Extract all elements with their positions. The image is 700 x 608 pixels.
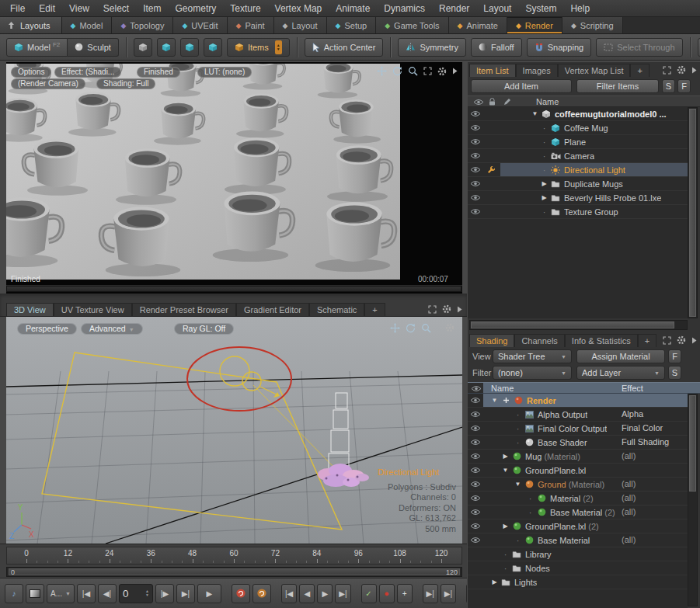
render-shading-pill[interactable]: Shading: Full: [96, 78, 155, 89]
shader-tree-vertical-scrollbar[interactable]: [688, 394, 698, 606]
layout-tab-uvedit[interactable]: ◆UVEdit: [173, 17, 227, 33]
current-frame-field[interactable]: 0▲▼: [119, 584, 153, 603]
snapping-dropdown[interactable]: Snapping: [527, 38, 592, 57]
layout-tab-scripting[interactable]: ◆Scripting: [562, 17, 623, 33]
timeline-ruler[interactable]: 01224364860728496108120: [6, 547, 462, 565]
visibility-eye-icon[interactable]: [468, 138, 483, 145]
visibility-eye-icon[interactable]: [468, 152, 483, 159]
step-forward-button[interactable]: ▶: [317, 584, 333, 603]
shader-filter-dropdown[interactable]: (none)▼: [493, 366, 572, 380]
menu-select[interactable]: Select: [96, 1, 136, 16]
shader-row-base-material-2[interactable]: · Base Material (2) (all): [468, 506, 688, 519]
tree-expander[interactable]: ▶: [539, 194, 549, 201]
add-layer-plus-icon[interactable]: [500, 397, 512, 404]
first-key-button[interactable]: |◀: [281, 584, 297, 603]
visibility-eye-icon[interactable]: [468, 481, 483, 488]
play-button[interactable]: ▶: [197, 584, 221, 603]
go-to-start-button[interactable]: |◀: [77, 584, 96, 603]
shader-row-groundplane-lxl[interactable]: ▼ GroundPlane.lxl: [468, 464, 688, 478]
item-row-coffeemugtutorialmodel0[interactable]: ▼ coffeemugtutorialmodel0 ...: [468, 107, 688, 121]
menu-render[interactable]: Render: [432, 1, 476, 16]
shader-row-groundplane-lxl-2[interactable]: ▶ GroundPlane.lxl (2): [468, 519, 688, 533]
item-list-tab-images[interactable]: Images: [516, 64, 558, 77]
visibility-eye-icon[interactable]: [468, 523, 483, 530]
shading-s-button[interactable]: S: [668, 366, 681, 380]
selection-mode-items-dropdown[interactable]: Items ▲▼: [227, 38, 290, 57]
shader-row-ground-material[interactable]: ▼ Ground (Material) (all): [468, 478, 688, 492]
shading-tab-channels[interactable]: Channels: [514, 334, 564, 347]
filter-items-button[interactable]: Filter Items: [576, 79, 659, 93]
key-state-button[interactable]: ✓: [361, 584, 377, 603]
menu-animate[interactable]: Animate: [329, 1, 377, 16]
tree-expander[interactable]: ▼: [530, 110, 540, 117]
shader-row-base-material[interactable]: · Base Material (all): [468, 533, 688, 547]
shading-tab-info-statistics[interactable]: Info & Statistics: [565, 334, 638, 347]
menu-texture[interactable]: Texture: [223, 1, 267, 16]
expand-panel-icon[interactable]: [663, 336, 671, 345]
jump-end-button[interactable]: ▶|: [441, 584, 456, 603]
expand-panel-icon[interactable]: [428, 305, 437, 314]
shader-row-mug-material[interactable]: ▶ Mug (Material) (all): [468, 450, 688, 464]
visibility-eye-icon[interactable]: [468, 495, 483, 502]
step-back-button[interactable]: ◀: [299, 584, 315, 603]
item-row-camera[interactable]: · Camera: [468, 149, 688, 163]
menu-edit[interactable]: Edit: [32, 1, 62, 16]
tree-expander[interactable]: ▶: [500, 523, 510, 530]
shader-row-final-color-output[interactable]: · Final Color Output Final Color: [468, 422, 688, 436]
visibility-eye-icon[interactable]: [468, 397, 483, 404]
tree-expander[interactable]: ▶: [539, 180, 549, 187]
selection-mode-vertices-button[interactable]: [134, 38, 152, 57]
more-controls-button[interactable]: »: [466, 584, 467, 603]
zoom-icon[interactable]: [408, 66, 418, 76]
envelope-editor-button[interactable]: [26, 584, 44, 603]
audio-button[interactable]: ♪: [5, 584, 23, 603]
raygl-toggle[interactable]: Ray GL: Off: [174, 323, 234, 335]
render-options-pill[interactable]: Options: [11, 67, 51, 78]
last-key-button[interactable]: ▶|: [335, 584, 350, 603]
shader-row-base-shader[interactable]: · Base Shader Full Shading: [468, 436, 688, 450]
layout-tab-paint[interactable]: ◆Paint: [228, 17, 274, 33]
pan-icon[interactable]: [377, 66, 387, 76]
visibility-eye-icon[interactable]: [468, 194, 483, 201]
visibility-eye-icon[interactable]: [468, 467, 483, 474]
sculpt-mode-button[interactable]: Sculpt: [68, 38, 119, 57]
tree-expander[interactable]: ▼: [489, 397, 500, 404]
shader-row-nodes[interactable]: · Nodes: [468, 561, 688, 575]
actor-dropdown[interactable]: A...▼: [47, 584, 75, 603]
falloff-dropdown[interactable]: Falloff: [471, 38, 522, 57]
viewport-tab-3d-view[interactable]: 3D View: [6, 303, 54, 316]
visibility-eye-icon[interactable]: [468, 439, 483, 446]
selection-mode-polygons-button[interactable]: [180, 38, 199, 57]
visibility-eye-icon[interactable]: [468, 208, 483, 215]
go-to-end-button[interactable]: ▶|: [176, 584, 195, 603]
symmetry-dropdown[interactable]: Symmetry: [398, 38, 466, 57]
menu-item[interactable]: Item: [136, 1, 168, 16]
item-row-coffee-mug[interactable]: · Coffee Mug: [468, 121, 688, 135]
rotate-icon[interactable]: [406, 323, 416, 333]
auto-key-button[interactable]: [232, 584, 250, 603]
shading-style-dropdown[interactable]: Advanced▼: [81, 323, 143, 335]
item-list-vertical-scrollbar[interactable]: [688, 107, 698, 318]
tree-expander[interactable]: ▶: [489, 578, 500, 585]
item-row-texture-group[interactable]: · Texture Group: [468, 205, 688, 219]
menu-help[interactable]: Help: [563, 1, 597, 16]
filter-button[interactable]: F: [677, 79, 691, 93]
render-camera-pill[interactable]: (Render Camera): [11, 78, 85, 89]
render-finished-pill[interactable]: Finished: [137, 67, 180, 78]
search-button[interactable]: S: [662, 79, 675, 93]
timeline-range-thumb[interactable]: [9, 568, 460, 575]
viewport-tab-schematic[interactable]: Schematic: [309, 303, 364, 316]
panel-menu-arrow-icon[interactable]: [691, 337, 697, 344]
shading-f-button[interactable]: F: [668, 349, 681, 363]
add-key-button[interactable]: +: [397, 584, 413, 603]
record-button[interactable]: ●: [379, 584, 395, 603]
item-row-beverly-hills-probe-01-lxe[interactable]: ▶ Beverly Hills Probe 01.lxe: [468, 191, 688, 205]
select-through-dropdown[interactable]: Select Through: [596, 38, 682, 57]
item-list-horizontal-scrollbar[interactable]: [469, 320, 688, 330]
selection-mode-materials-button[interactable]: [204, 38, 222, 57]
visibility-eye-icon[interactable]: [468, 110, 483, 117]
render-lut-pill[interactable]: LUT: (none): [197, 67, 252, 78]
expand-panel-icon[interactable]: [663, 66, 671, 75]
perspective-dropdown[interactable]: Perspective: [17, 323, 77, 335]
workplane-dropdown[interactable]: WorkPl: [698, 38, 700, 57]
